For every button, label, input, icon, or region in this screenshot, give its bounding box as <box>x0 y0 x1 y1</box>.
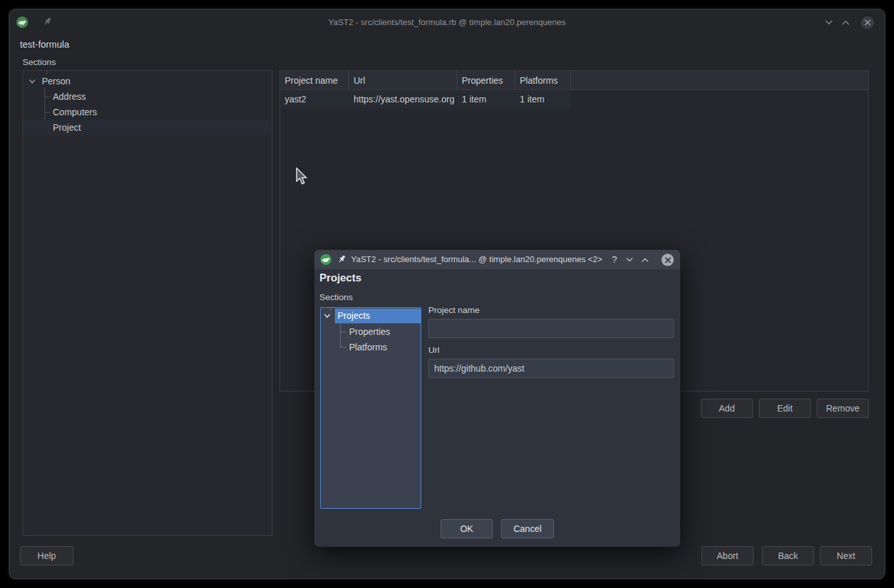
tree-item-project[interactable]: Project <box>24 120 271 135</box>
pin-icon[interactable] <box>337 254 347 265</box>
main-window-title: YaST2 - src/clients/test_formula.rb @ ti… <box>10 10 884 35</box>
help-button[interactable]: Help <box>20 546 73 565</box>
tree-item-computers[interactable]: Computers <box>24 104 271 120</box>
desktop: YaST2 - src/clients/test_formula.rb @ ti… <box>0 0 894 588</box>
sections-label: Sections <box>319 292 353 302</box>
column-label: Url <box>354 75 365 86</box>
help-icon[interactable]: ? <box>612 250 617 269</box>
url-label: Url <box>428 345 439 355</box>
dialog-title: YaST2 - src/clients/test_formula... @ ti… <box>351 250 602 269</box>
projects-dialog: YaST2 - src/clients/test_formula... @ ti… <box>314 250 680 547</box>
dialog-titlebar[interactable]: YaST2 - src/clients/test_formula... @ ti… <box>314 250 680 269</box>
url-input[interactable] <box>428 359 674 378</box>
pin-icon[interactable] <box>43 17 53 27</box>
sections-label: Sections <box>23 57 56 67</box>
column-header-properties[interactable]: Properties <box>457 71 515 90</box>
tree-item-properties[interactable]: Properties <box>321 324 420 339</box>
cell-project-name: yast2 <box>280 91 349 108</box>
cell-url: https://yast.opensuse.org <box>349 91 457 108</box>
column-label: Properties <box>462 75 503 86</box>
sections-tree-panel: Person Address Computers Project <box>23 70 272 536</box>
main-titlebar[interactable]: YaST2 - src/clients/test_formula.rb @ ti… <box>10 10 884 35</box>
column-label: Platforms <box>520 75 558 86</box>
page-title: test-formula <box>20 39 70 50</box>
tree-line <box>330 308 331 311</box>
column-label: Project name <box>285 75 338 86</box>
chevron-up-icon[interactable] <box>640 256 651 264</box>
project-name-label: Project name <box>428 305 480 315</box>
column-header-platforms[interactable]: Platforms <box>515 71 571 90</box>
chevron-down-icon[interactable] <box>824 19 834 26</box>
cancel-button[interactable]: Cancel <box>501 519 554 538</box>
cell-platforms: 1 item <box>515 91 571 108</box>
tree-item-projects[interactable]: Projects <box>335 308 421 323</box>
tree-item-person[interactable]: Person <box>24 73 271 89</box>
next-button[interactable]: Next <box>820 546 872 565</box>
column-header-url[interactable]: Url <box>349 71 457 90</box>
project-name-input[interactable] <box>428 319 674 338</box>
expander-chevron-icon[interactable] <box>28 79 36 84</box>
back-button[interactable]: Back <box>762 546 814 565</box>
tree-item-label: Platforms <box>349 339 387 355</box>
abort-button[interactable]: Abort <box>701 546 754 565</box>
dialog-sections-tree: Projects Properties Platforms <box>320 307 421 509</box>
tree-item-label: Projects <box>338 308 370 323</box>
ok-button[interactable]: OK <box>441 519 493 538</box>
edit-button[interactable]: Edit <box>759 399 811 418</box>
chevron-up-icon[interactable] <box>841 19 851 26</box>
remove-button[interactable]: Remove <box>817 399 869 418</box>
close-icon[interactable] <box>661 254 674 266</box>
dialog-heading: Projects <box>319 272 361 284</box>
yast-app-icon <box>320 254 332 265</box>
expander-chevron-icon[interactable] <box>323 313 331 318</box>
cell-properties: 1 item <box>457 91 515 108</box>
column-header-project-name[interactable]: Project name <box>280 71 349 90</box>
chevron-down-icon[interactable] <box>625 256 635 264</box>
tree-item-label: Properties <box>349 324 390 339</box>
yast-app-icon <box>16 16 28 28</box>
tree-item-label: Address <box>53 89 86 104</box>
table-row[interactable]: yast2 https://yast.opensuse.org 1 item 1… <box>280 91 571 108</box>
close-icon[interactable] <box>861 16 874 29</box>
table-header: Project name Url Properties Platforms <box>280 71 868 90</box>
tree-item-label: Computers <box>53 104 97 120</box>
tree-item-platforms[interactable]: Platforms <box>321 339 420 355</box>
tree-item-label: Project <box>53 120 81 135</box>
tree-item-address[interactable]: Address <box>24 89 271 104</box>
tree-item-label: Person <box>42 73 70 89</box>
add-button[interactable]: Add <box>701 399 753 418</box>
